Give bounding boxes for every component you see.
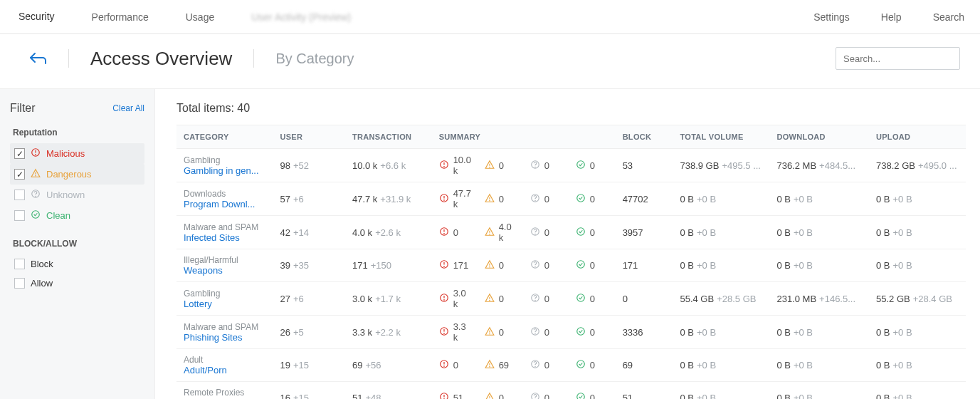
total-volume-delta: +0 B: [697, 260, 716, 271]
category-link[interactable]: Infected Sites: [184, 232, 265, 243]
svg-point-44: [443, 299, 444, 300]
column-header[interactable]: TRANSACTION: [345, 125, 432, 149]
clean-value: 0: [590, 327, 595, 338]
user-count: 98: [280, 160, 290, 171]
nav-search[interactable]: Search: [917, 11, 980, 23]
column-header[interactable]: BLOCK: [616, 125, 673, 149]
clear-all-link[interactable]: Clear All: [112, 103, 144, 113]
checkbox[interactable]: [14, 210, 25, 221]
tab-usage[interactable]: Usage: [167, 0, 233, 33]
svg-point-22: [489, 200, 490, 201]
checkbox[interactable]: [14, 259, 25, 269]
transaction-count: 10.0 k: [352, 160, 377, 171]
malicious-icon: [439, 359, 449, 371]
upload-delta: +0 B: [893, 327, 912, 338]
download: 0 B: [776, 260, 791, 271]
category-link[interactable]: Program Downl...: [184, 199, 265, 209]
malicious-icon: [439, 160, 449, 172]
checkbox[interactable]: ✓: [14, 148, 25, 159]
svg-point-33: [576, 227, 584, 235]
filter-label: Malicious: [46, 148, 85, 159]
total-volume-delta: +0 B: [697, 360, 716, 370]
column-header[interactable]: USER: [273, 125, 344, 149]
malicious-icon: [439, 392, 449, 399]
nav-help[interactable]: Help: [865, 11, 917, 23]
checkbox[interactable]: [14, 190, 25, 200]
svg-point-32: [534, 234, 535, 234]
checkbox[interactable]: ✓: [14, 169, 25, 180]
upload: 738.2 GB: [876, 160, 915, 171]
download-delta: +0 B: [794, 327, 813, 338]
nav-settings[interactable]: Settings: [798, 11, 865, 23]
total-volume-delta: +495.5 ...: [722, 160, 761, 171]
filter-malicious[interactable]: ✓Malicious: [10, 143, 144, 164]
category-group: Adult: [184, 355, 265, 365]
svg-point-8: [36, 196, 36, 197]
filter-title: Filter: [10, 102, 36, 115]
filter-clean[interactable]: Clean: [10, 205, 144, 226]
block-count: 51: [623, 393, 633, 399]
transaction-count: 4.0 k: [352, 227, 372, 238]
transaction-delta: +6.6 k: [380, 160, 406, 171]
upload: 55.2 GB: [876, 294, 910, 304]
tab-user-activity[interactable]: User Activity (Preview): [233, 0, 369, 33]
column-header[interactable]: TOTAL VOLUME: [673, 125, 769, 149]
dangerous-value: 0: [499, 327, 504, 338]
table-row: Illegal/HarmfulWeapons39+35171+150171000…: [176, 249, 966, 282]
malicious-value: 47.7 k: [453, 188, 472, 209]
category-group: Remote Proxies: [184, 388, 265, 398]
column-header[interactable]: UPLOAD: [869, 125, 966, 149]
unknown-icon: [530, 293, 540, 305]
user-delta: +5: [293, 327, 304, 338]
tab-security[interactable]: Security: [0, 0, 73, 33]
clean-value: 0: [590, 294, 595, 304]
svg-point-62: [489, 366, 490, 367]
block-count: 171: [623, 260, 638, 271]
filter-allow[interactable]: Allow: [10, 274, 144, 293]
filter-label: Clean: [46, 210, 70, 221]
total-volume: 0 B: [680, 360, 694, 370]
user-delta: +15: [293, 360, 309, 370]
back-icon[interactable]: [28, 51, 47, 67]
filter-dangerous[interactable]: ✓Dangerous: [10, 164, 144, 185]
summary-cell: 3.0 k000: [439, 288, 608, 309]
upload: 0 B: [876, 393, 890, 399]
filter-block[interactable]: Block: [10, 254, 144, 274]
user-delta: +6: [293, 294, 304, 304]
unknown-icon: [530, 193, 540, 205]
unknown-value: 0: [544, 327, 549, 338]
column-header[interactable]: DOWNLOAD: [769, 125, 869, 149]
dangerous-value: 69: [499, 360, 509, 370]
dangerous-icon: [485, 359, 495, 371]
category-link[interactable]: Adult/Porn: [184, 365, 265, 375]
total-volume: 55.4 GB: [680, 294, 714, 304]
category-link[interactable]: Weapons: [184, 265, 265, 276]
total-volume: 0 B: [680, 260, 694, 271]
block-count: 69: [623, 360, 633, 370]
dangerous-value: 0: [499, 160, 504, 171]
checkbox[interactable]: [14, 278, 25, 289]
clean-icon: [576, 359, 586, 371]
reputation-section-label: Reputation: [13, 128, 144, 138]
table-row: Malware and SPAMPhishing Sites26+53.3 k+…: [176, 316, 966, 349]
clean-value: 0: [590, 227, 595, 238]
search-input[interactable]: [843, 53, 963, 64]
category-link[interactable]: Gambling in gen...: [184, 165, 265, 176]
column-header[interactable]: CATEGORY: [176, 125, 273, 149]
filter-unknown[interactable]: Unknown: [10, 185, 144, 205]
search-box[interactable]: [836, 47, 960, 70]
svg-point-28: [443, 233, 444, 234]
category-link[interactable]: Phishing Sites: [184, 332, 265, 343]
user-delta: +15: [293, 393, 309, 399]
category-link[interactable]: Lottery: [184, 299, 265, 309]
top-nav: Security Performance Usage User Activity…: [0, 0, 980, 34]
svg-point-49: [576, 294, 584, 301]
svg-point-56: [534, 333, 535, 334]
transaction-count: 3.0 k: [352, 294, 372, 304]
svg-point-60: [443, 366, 444, 367]
tab-performance[interactable]: Performance: [73, 0, 167, 33]
category-group: Malware and SPAM: [184, 322, 265, 332]
total-volume: 0 B: [680, 327, 694, 338]
column-header[interactable]: SUMMARY: [432, 125, 616, 149]
svg-point-65: [576, 361, 584, 368]
